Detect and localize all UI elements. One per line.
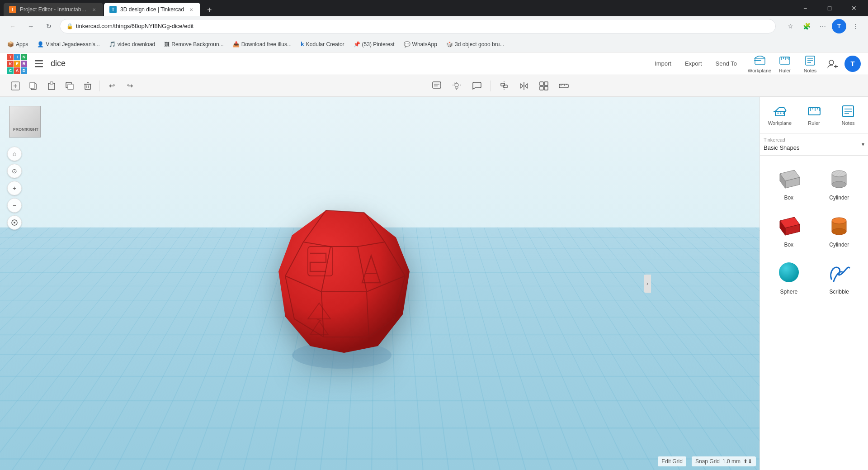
back-button[interactable]: ←: [5, 19, 20, 33]
new-tab-button[interactable]: +: [203, 4, 216, 16]
fit-view-button[interactable]: ⊙: [7, 164, 22, 178]
zoom-in-button[interactable]: +: [7, 181, 22, 195]
tab-tinkercad[interactable]: T 3D design dice | Tinkercad ✕: [104, 3, 200, 16]
shape-box-gray[interactable]: Box: [765, 161, 812, 204]
logo-cell-a: A: [14, 67, 20, 74]
zoom-out-button[interactable]: −: [7, 198, 22, 213]
notes-button[interactable]: Notes: [799, 53, 821, 75]
align-button[interactable]: [496, 78, 512, 94]
user-avatar[interactable]: T: [844, 56, 861, 72]
bookmark-kodular-favicon: k: [301, 41, 304, 47]
group-button[interactable]: [536, 78, 552, 94]
bookmark-kodular[interactable]: k Kodular Creator: [297, 39, 348, 49]
more-extensions-button[interactable]: ⋯: [816, 19, 830, 33]
tab-tinkercad-title: 3D design dice | Tinkercad: [120, 6, 184, 13]
forward-button[interactable]: →: [24, 19, 38, 33]
shape-dropdown[interactable]: Tinkercad Basic Shapes: [764, 137, 862, 152]
workplane-button[interactable]: Workplane: [749, 53, 770, 75]
svg-rect-3: [754, 58, 765, 59]
shape-box-gray-label: Box: [784, 195, 793, 201]
shape-cylinder-gray[interactable]: Cylinder: [816, 161, 863, 204]
logo-cell-e: E: [14, 61, 20, 67]
duplicate-button[interactable]: [61, 78, 78, 94]
viewport-bottom-bar: Edit Grid Snap Grid 1.0 mm ⬆⬇: [658, 456, 756, 466]
export-button[interactable]: Export: [679, 57, 708, 70]
comment-tool-button[interactable]: [429, 78, 445, 94]
tinkercad-logo[interactable]: T I N K E R C A D: [7, 54, 27, 74]
svg-rect-57: [544, 82, 548, 85]
dropdown-arrow-icon[interactable]: ▾: [862, 141, 864, 147]
new-button[interactable]: [7, 78, 24, 94]
bookmark-whatsapp[interactable]: 💬 WhatsApp: [400, 39, 441, 49]
bookmark-vishal[interactable]: 👤 Vishal Jegadeesan's...: [33, 39, 103, 49]
import-button[interactable]: Import: [648, 57, 678, 70]
notes-label: Notes: [804, 68, 817, 73]
svg-point-41: [455, 83, 458, 87]
svg-line-98: [775, 108, 779, 111]
snap-grid-arrows[interactable]: ⬆⬇: [743, 458, 752, 465]
panel-workplane-button[interactable]: Workplane: [764, 100, 796, 129]
grid-menu-button[interactable]: [33, 57, 45, 70]
measure-button[interactable]: [556, 78, 572, 94]
svg-rect-2: [35, 66, 43, 67]
paste-button[interactable]: [43, 78, 60, 94]
redo-button[interactable]: ↪: [122, 78, 138, 94]
bookmark-bg[interactable]: 🖼 Remove Backgroun...: [160, 39, 227, 49]
shape-scribble[interactable]: Scribble: [816, 255, 863, 299]
browser-menu-button[interactable]: ⋮: [848, 19, 863, 33]
light-button[interactable]: [448, 78, 465, 94]
tab-tinkercad-close[interactable]: ✕: [188, 6, 195, 13]
bookmark-illus-label: Download free illus...: [241, 41, 292, 47]
panel-ruler-button[interactable]: Ruler: [798, 100, 830, 129]
orbit-button[interactable]: [7, 215, 22, 230]
maximize-button[interactable]: □: [819, 0, 840, 16]
bookmark-illus[interactable]: 📥 Download free illus...: [229, 39, 295, 49]
undo-button[interactable]: ↩: [104, 78, 120, 94]
home-view-button[interactable]: ⌂: [7, 147, 22, 161]
bookmark-3d-favicon: 🎲: [446, 41, 453, 47]
tab-instructables-close[interactable]: ✕: [90, 6, 98, 13]
profile-button[interactable]: T: [832, 19, 846, 33]
edit-grid-button[interactable]: Edit Grid: [658, 456, 686, 466]
shape-cylinder-orange[interactable]: Cylinder: [816, 208, 863, 252]
panel-ruler-label: Ruler: [808, 120, 820, 126]
bookmark-video[interactable]: 🎵 video download: [105, 39, 159, 49]
view-cube[interactable]: FRONT RIGHT: [9, 106, 41, 138]
bookmark-3d-label: 3d object gooo bru...: [455, 41, 504, 47]
chat-button[interactable]: [468, 78, 485, 94]
send-to-button[interactable]: Send To: [709, 57, 743, 70]
tab-instructables[interactable]: I Project Editor - Instructables ✕: [4, 3, 103, 16]
bookmark-pinterest[interactable]: 📌 (53) Pinterest: [350, 39, 398, 49]
project-name[interactable]: dice: [51, 59, 636, 68]
shape-selector[interactable]: Tinkercad Basic Shapes ▾: [760, 133, 868, 156]
bookmark-star-button[interactable]: ☆: [783, 19, 797, 33]
add-user-button[interactable]: [825, 56, 841, 72]
close-button[interactable]: ✕: [844, 0, 864, 16]
copy-button[interactable]: [25, 78, 42, 94]
svg-rect-47: [455, 87, 458, 88]
minimize-button[interactable]: −: [795, 0, 816, 16]
bookmark-bg-label: Remove Backgroun...: [171, 41, 223, 47]
shapes-grid: Box: [760, 156, 868, 304]
svg-marker-54: [520, 84, 523, 88]
address-text: tinkercad.com/things/68opNYf8NGg-dice/ed…: [76, 23, 769, 29]
shape-sphere-teal[interactable]: Sphere: [765, 255, 812, 299]
address-input[interactable]: 🔒 tinkercad.com/things/68opNYf8NGg-dice/…: [60, 19, 776, 33]
ruler-label: Ruler: [779, 68, 791, 73]
viewport[interactable]: FRONT RIGHT ⌂ ⊙ + −: [0, 97, 760, 470]
delete-button[interactable]: [80, 78, 96, 94]
shape-box-red[interactable]: Box: [765, 208, 812, 252]
browser-toolbar-actions: ☆ 🧩 ⋯ T ⋮: [783, 19, 863, 33]
workplane-label: Workplane: [748, 68, 771, 73]
toolbar-separator-2: [490, 81, 491, 91]
mirror-button[interactable]: [516, 78, 532, 94]
bookmark-3d[interactable]: 🎲 3d object gooo bru...: [443, 39, 508, 49]
toolbar: ↩ ↪: [0, 75, 868, 97]
ruler-button[interactable]: Ruler: [774, 53, 796, 75]
panel-notes-button[interactable]: Notes: [832, 100, 864, 129]
svg-line-5: [755, 56, 759, 58]
panel-collapse-button[interactable]: ›: [644, 275, 651, 293]
bookmark-apps[interactable]: 📦 Apps: [4, 39, 32, 49]
reload-button[interactable]: ↻: [42, 19, 56, 33]
extension-puzzle-button[interactable]: 🧩: [799, 19, 814, 33]
